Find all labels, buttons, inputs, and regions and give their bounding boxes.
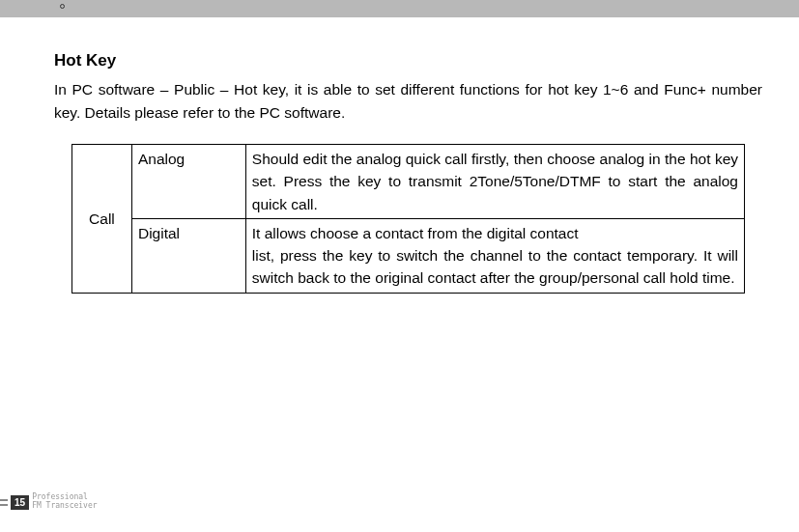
hotkey-table: Call Analog Should edit the analog quick… xyxy=(71,144,745,294)
page-content: Hot Key In PC software – Public – Hot ke… xyxy=(0,17,799,294)
table-row: Digital It allows choose a contact from … xyxy=(72,218,745,293)
desc-line2: list, press the key to switch the channe… xyxy=(252,247,738,286)
mode-cell: Digital xyxy=(131,218,245,293)
page-number: 15 xyxy=(11,495,29,510)
mode-cell: Analog xyxy=(131,145,245,219)
hotkey-table-wrapper: Call Analog Should edit the analog quick… xyxy=(71,144,762,294)
desc-line1: It allows choose a contact from the digi… xyxy=(252,225,579,241)
description-cell: Should edit the analog quick call firstl… xyxy=(245,145,744,219)
header-dot-icon xyxy=(60,4,65,9)
footer-line2: FM Transceiver xyxy=(32,502,97,511)
call-category-cell: Call xyxy=(72,145,132,294)
page-footer: 15 Professional FM Transceiver xyxy=(0,493,98,511)
footer-brand-text: Professional FM Transceiver xyxy=(32,493,97,511)
intro-paragraph: In PC software – Public – Hot key, it is… xyxy=(54,78,762,125)
footer-lines-icon xyxy=(0,499,8,506)
section-title: Hot Key xyxy=(54,51,762,70)
table-row: Call Analog Should edit the analog quick… xyxy=(72,145,745,219)
description-cell: It allows choose a contact from the digi… xyxy=(245,218,744,293)
header-bar xyxy=(0,0,799,17)
